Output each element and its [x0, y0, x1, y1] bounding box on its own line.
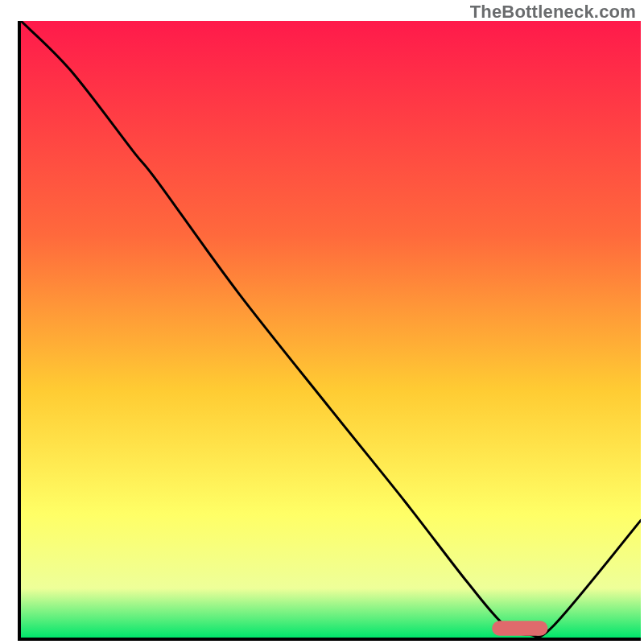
plot-area — [21, 21, 641, 638]
optimal-range-marker — [492, 621, 547, 635]
attribution-text: TheBottleneck.com — [470, 2, 636, 23]
chart-svg — [21, 21, 641, 638]
gradient-background — [21, 21, 641, 638]
plot-frame — [18, 21, 641, 641]
